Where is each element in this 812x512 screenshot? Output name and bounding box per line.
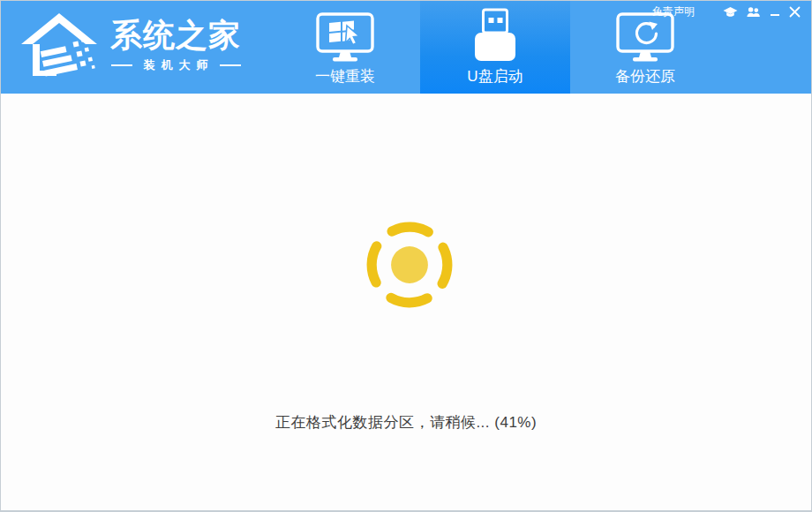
app-header: 系统之家 装机大师 [1,1,811,94]
dash-left [111,64,132,66]
users-icon[interactable] [747,7,761,18]
tab-label: 备份还原 [615,69,675,84]
dash-right [220,64,241,66]
loading-spinner-icon [365,220,455,310]
tab-usb-boot[interactable]: U盘启动 [420,1,570,94]
brand-logo-house-icon [19,6,103,84]
monitor-restore-icon [616,12,674,63]
graduation-cap-icon[interactable] [723,6,738,19]
usb-drive-icon [470,8,521,63]
status-text: 正在格式化数据分区，请稍候... (41%) [1,412,811,433]
disclaimer-link[interactable]: 免责声明 [652,4,695,19]
tab-label: U盘启动 [467,69,523,84]
minimize-icon[interactable] [770,7,780,18]
brand: 系统之家 装机大师 [19,6,241,84]
brand-name: 系统之家 [110,17,241,53]
monitor-windows-cursor-icon [316,12,374,63]
brand-subtitle: 装机大师 [111,57,241,73]
app-window: 系统之家 装机大师 [0,0,812,512]
tab-label: 一键重装 [315,69,375,84]
titlebar-controls: 免责声明 [652,4,801,19]
close-icon[interactable] [789,6,801,18]
brand-text: 系统之家 装机大师 [110,17,241,72]
tab-one-key-reinstall[interactable]: 一键重装 [270,1,420,94]
